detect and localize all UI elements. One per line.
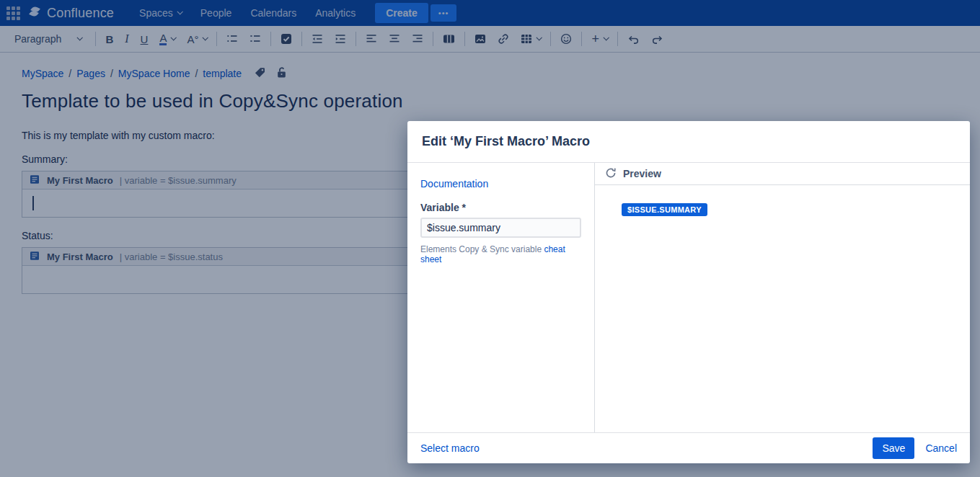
preview-title: Preview xyxy=(623,168,661,179)
variable-field-label: Variable * xyxy=(420,202,581,213)
variable-input[interactable] xyxy=(420,218,581,238)
dialog-body: Documentation Variable * Elements Copy &… xyxy=(407,163,970,432)
variable-preview-badge: $ISSUE.SUMMARY xyxy=(622,203,707,216)
refresh-icon[interactable] xyxy=(605,167,617,181)
documentation-link[interactable]: Documentation xyxy=(420,178,488,190)
preview-content: $ISSUE.SUMMARY xyxy=(595,185,970,432)
dialog-footer: Select macro Save Cancel xyxy=(407,432,970,463)
macro-edit-dialog: Edit ‘My First Macro’ Macro Documentatio… xyxy=(407,121,970,463)
dialog-title: Edit ‘My First Macro’ Macro xyxy=(422,134,590,149)
save-button[interactable]: Save xyxy=(873,437,914,459)
dialog-header: Edit ‘My First Macro’ Macro xyxy=(407,121,970,163)
preview-panel: Preview $ISSUE.SUMMARY xyxy=(595,163,970,432)
select-macro-link[interactable]: Select macro xyxy=(420,442,480,454)
variable-helper-text: Elements Copy & Sync variable cheat shee… xyxy=(420,244,581,264)
macro-parameters-panel: Documentation Variable * Elements Copy &… xyxy=(407,163,595,432)
cancel-link[interactable]: Cancel xyxy=(925,442,957,454)
